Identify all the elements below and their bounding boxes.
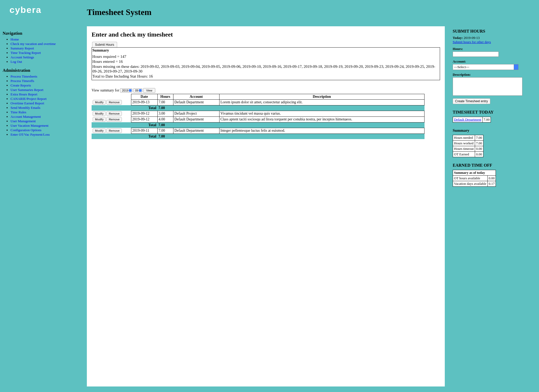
nav-item-1[interactable]: Check my vacation and overtime: [11, 42, 56, 46]
admin-item-9[interactable]: Account Management: [11, 115, 41, 119]
month-select[interactable]: 09: [133, 88, 142, 93]
total-row: Total7.00: [92, 122, 425, 128]
hours-input[interactable]: [453, 52, 499, 57]
modify-button[interactable]: Modify: [93, 100, 106, 105]
admin-item-11[interactable]: User Vacation Management: [11, 124, 48, 128]
cell-account: Default Department: [173, 116, 219, 122]
nav-item-3[interactable]: Time Tracking Report: [11, 51, 41, 55]
view-summary-row: View summary for 2019 09 View: [92, 88, 440, 93]
admin-item-12[interactable]: Configuration Options: [11, 128, 41, 132]
summary-required: Hours required = 147: [92, 54, 439, 59]
cell-date: 2019-09-13: [131, 99, 157, 105]
admin-heading: Administration: [3, 68, 82, 73]
remove-button[interactable]: Remove: [106, 111, 122, 116]
nav-item-2[interactable]: Summary Report: [11, 46, 34, 50]
eto-table: Summary as of today OT hours available0.…: [453, 170, 496, 187]
table-row: ModifyRemove2019-09-137.00Default Depart…: [92, 99, 425, 105]
description-textarea[interactable]: [453, 77, 522, 96]
account-label: Account:: [453, 59, 534, 64]
main-panel: Enter and check my timesheet Submit Hour…: [87, 26, 445, 386]
brand-logo: cybera: [9, 5, 42, 15]
timesheet-today-heading: TIMESHEET TODAY: [453, 110, 534, 115]
nav-item-0[interactable]: Home: [11, 37, 19, 41]
admin-item-8[interactable]: Time Rules: [11, 110, 26, 114]
summary-row: Hours worked7.00: [453, 141, 483, 146]
today-entry-hours: 7.00: [482, 117, 491, 123]
eto-heading: EARNED TIME OFF: [453, 163, 534, 168]
table-row: ModifyRemove2019-09-117.00Default Depart…: [92, 128, 425, 134]
admin-item-6[interactable]: Overtime Earned Report: [11, 101, 44, 105]
col-account: Account: [173, 94, 219, 99]
cell-hours: 3.00: [157, 111, 173, 116]
table-row: ModifyRemove2019-09-124.00Default Depart…: [92, 116, 425, 122]
today-label: Today:: [453, 36, 463, 40]
admin-item-3[interactable]: User Summaries Report: [11, 88, 43, 92]
tab-submit-hours[interactable]: Submit Hours: [92, 42, 117, 47]
modify-button[interactable]: Modify: [93, 128, 106, 133]
summary-box: Summary Hours required = 147 Hours enter…: [92, 47, 440, 80]
rc-summary-table: Hours needed7.00Hours worked7.00Hours ti…: [453, 135, 483, 157]
eto-row: OT hours available0.00: [453, 176, 496, 181]
total-row: Total7.00: [92, 105, 425, 111]
cell-account: Default Department: [173, 128, 219, 134]
nav-heading: Navigation: [3, 31, 82, 36]
year-select[interactable]: 2019: [120, 88, 132, 93]
cell-desc: Class aptent taciti sociosqu ad litora t…: [219, 116, 425, 122]
create-entry-button[interactable]: Create Timesheet entry: [453, 98, 490, 104]
entries-table: Date Hours Account Description ModifyRem…: [92, 94, 425, 139]
admin-item-2[interactable]: Create Reports: [11, 83, 31, 87]
sidebar: Navigation HomeCheck my vacation and ove…: [3, 29, 82, 137]
remove-button[interactable]: Remove: [106, 100, 122, 105]
admin-item-10[interactable]: User Management: [11, 119, 36, 123]
admin-item-1[interactable]: Process Timeoffs: [11, 79, 34, 83]
modify-button[interactable]: Modify: [93, 117, 106, 122]
view-summary-label: View summary for: [92, 88, 119, 92]
remove-button[interactable]: Remove: [106, 128, 122, 133]
nav-item-4[interactable]: Account Settings: [11, 55, 34, 59]
summary-entered: Hours entered = 16: [92, 59, 439, 64]
cell-date: 2019-09-11: [131, 128, 157, 134]
admin-list: Process TimesheetsProcess TimeoffsCreate…: [3, 74, 82, 137]
today-entry-account[interactable]: Default Department: [454, 118, 481, 121]
cell-account: Default Department: [173, 99, 219, 105]
hours-label: Hours:: [453, 47, 534, 51]
cell-desc: Lorem ipsum dolor sit amet, consectetur …: [219, 99, 425, 105]
cell-hours: 4.00: [157, 116, 173, 122]
cell-date: 2019-09-12: [131, 116, 157, 122]
cell-desc: Integer pellentesque luctus felis at eui…: [219, 128, 425, 134]
summary-row: Hours timeout0.00: [453, 146, 483, 152]
cell-date: 2019-09-12: [131, 111, 157, 116]
eto-title: Summary as of today: [453, 170, 496, 176]
account-select[interactable]: ---Select---: [453, 64, 518, 70]
table-row: ModifyRemove2019-09-123.00Default Projec…: [92, 111, 425, 116]
summary-row: OT Earned0.00: [453, 152, 483, 157]
summary-missing: Hours missing on these dates: 2019-09-02…: [92, 64, 439, 74]
submit-hours-heading: SUBMIT HOURS: [453, 29, 534, 34]
col-date: Date: [131, 94, 157, 99]
view-button[interactable]: View: [143, 88, 155, 93]
modify-button[interactable]: Modify: [93, 111, 106, 116]
nav-item-5[interactable]: Log Out: [11, 60, 22, 64]
cell-hours: 7.00: [157, 99, 173, 105]
summary-total: Total to Date Including Stat Hours: 16: [92, 74, 439, 79]
summary-row: Hours needed7.00: [453, 135, 483, 141]
admin-item-4[interactable]: Extra Hours Report: [11, 92, 37, 96]
submit-other-days-link[interactable]: Submit hours for other days: [453, 40, 491, 44]
page-heading: Enter and check my timesheet: [92, 31, 440, 38]
col-hours: Hours: [157, 94, 173, 99]
nav-list: HomeCheck my vacation and overtimeSummar…: [3, 37, 82, 64]
admin-item-5[interactable]: CANARIE/Project Report: [11, 97, 47, 101]
right-column: SUBMIT HOURS Today: 2019-09-13 Submit ho…: [453, 29, 534, 187]
total-row: Total7.00: [92, 134, 425, 139]
col-description: Description: [219, 94, 425, 99]
admin-item-13[interactable]: Enter OT/Vac Payment/Loss: [11, 133, 50, 136]
admin-item-0[interactable]: Process Timesheets: [11, 74, 37, 78]
rc-summary-heading: Summary: [453, 128, 534, 133]
app-title: Timesheet System: [87, 7, 152, 17]
admin-item-7[interactable]: Send Monthly Emails: [11, 106, 40, 110]
remove-button[interactable]: Remove: [106, 117, 122, 122]
today-value: 2019-09-13: [464, 36, 480, 40]
eto-row: Vacation days available0.17: [453, 181, 496, 187]
cell-desc: Vivamus tincidunt vel massa quis varius.: [219, 111, 425, 116]
cell-account: Default Project: [173, 111, 219, 116]
